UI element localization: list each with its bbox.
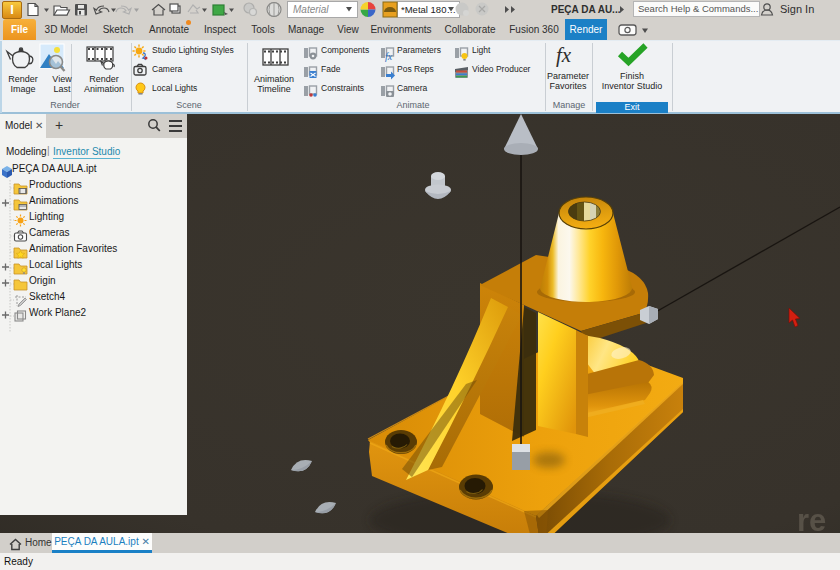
svg-text:re: re: [797, 503, 826, 533]
svg-text:fx: fx: [556, 43, 572, 67]
svg-text:fx: fx: [385, 51, 393, 62]
